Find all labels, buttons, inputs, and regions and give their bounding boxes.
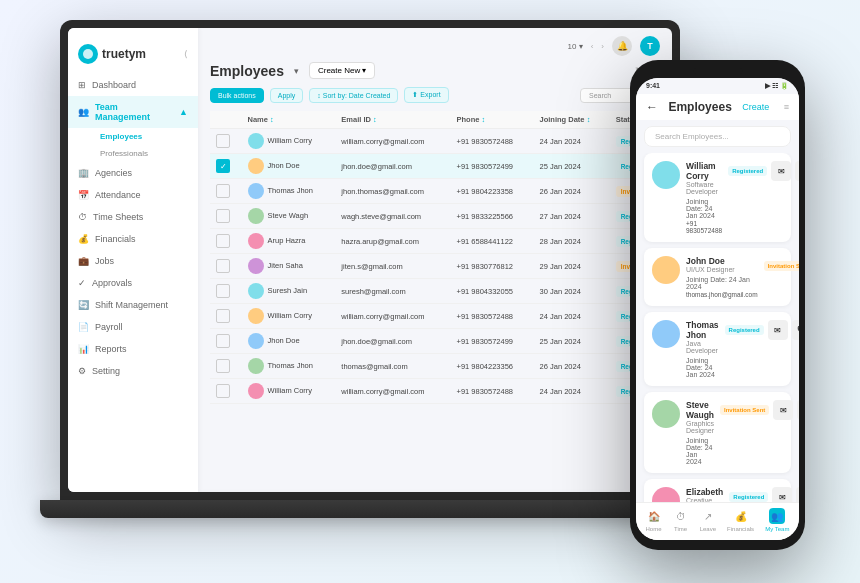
phone-filter-icon[interactable]: ≡ [784,102,789,112]
table-row[interactable]: Arup Hazra hazra.arup@gmail.com +91 6588… [210,229,660,254]
user-avatar[interactable]: T [640,36,660,56]
phone-emp-actions: Registered ✉ 📞 [725,320,799,340]
sidebar-item-approvals[interactable]: ✓ Approvals [68,272,198,294]
phone-avatar [652,256,680,284]
table-row[interactable]: ✓ Jhon Doe jhon.doe@gmail.com +91 983057… [210,154,660,179]
row-checkbox[interactable] [210,229,242,254]
row-checkbox[interactable] [210,379,242,404]
phone-message-icon[interactable]: ✉ [768,320,788,340]
sidebar-item-shift[interactable]: 🔄 Shift Management [68,294,198,316]
table-row[interactable]: Thomas Jhon jhon.thomas@gmail.com +91 98… [210,179,660,204]
phone-create-button[interactable]: Create [742,102,769,112]
table-row[interactable]: Steve Wagh wagh.steve@gmail.com +91 9833… [210,204,660,229]
phone-search-input[interactable]: Search Employees... [644,126,791,147]
phone-emp-actions: Invitation Sent ✉ 📞 [764,256,799,276]
phone-back-icon[interactable]: ← [646,100,658,114]
sidebar-toggle-icon[interactable]: ⟨ [184,49,188,59]
sidebar-item-payroll[interactable]: 📄 Payroll [68,316,198,338]
table-row[interactable]: William Corry william.corry@gmail.com +9… [210,304,660,329]
phone-emp-status-badge: Registered [728,166,767,176]
sidebar-item-jobs[interactable]: 💼 Jobs [68,250,198,272]
phone-status-icons: ▶ ☷ 🔋 [765,82,789,90]
row-name: Suresh Jain [242,279,336,304]
phone-body: 9:41 ▶ ☷ 🔋 ← Employees Create ≡ Search E… [630,60,805,550]
phone-nav-leave[interactable]: ↗ Leave [700,508,716,532]
phone-call-icon[interactable]: 📞 [795,161,799,181]
top-bar: 10 ▾ ‹ › 🔔 T [210,36,660,56]
table-row[interactable]: Thomas Jhon thomas@gmail.com +91 9804223… [210,354,660,379]
sidebar-item-setting[interactable]: ⚙ Setting [68,360,198,382]
bulk-actions-button[interactable]: Bulk actions [210,88,264,103]
phone-emp-status-badge: Invitation Sent [720,405,769,415]
col-phone[interactable]: Phone ↕ [451,111,534,129]
export-button[interactable]: ⬆ Export [404,87,448,103]
sidebar-label-dashboard: Dashboard [92,80,136,90]
phone-employee-card[interactable]: John Doe UI/UX Designer Joining Date: 24… [644,248,791,306]
phone-call-icon[interactable]: 📞 [797,400,799,420]
next-page-icon[interactable]: › [601,42,604,51]
col-joining-date[interactable]: Joining Date ↕ [534,111,610,129]
row-checkbox[interactable] [210,204,242,229]
phone-avatar [652,400,680,428]
row-checkbox[interactable] [210,354,242,379]
sub-item-employees[interactable]: Employees [92,128,198,145]
create-new-button[interactable]: Create New ▾ [309,62,375,79]
sidebar-item-reports[interactable]: 📊 Reports [68,338,198,360]
sidebar-item-timesheets[interactable]: ⏱ Time Sheets [68,206,198,228]
row-checkbox[interactable] [210,179,242,204]
employees-table: Name ↕ Email ID ↕ Phone ↕ Joining Date ↕… [210,111,660,404]
table-row[interactable]: Jhon Doe jhon.doe@gmail.com +91 98305724… [210,329,660,354]
phone-employee-card[interactable]: William Corry Software Developer Joining… [644,153,791,242]
row-checkbox[interactable]: ✓ [210,154,242,179]
col-email[interactable]: Email ID ↕ [335,111,450,129]
prev-page-icon[interactable]: ‹ [591,42,594,51]
phone-employee-card[interactable]: Steve Waugh Graphics Designer Joining Da… [644,392,791,473]
row-checkbox[interactable] [210,129,242,154]
phone-nav-time[interactable]: ⏱ Time [673,508,689,532]
phone-message-icon[interactable]: ✉ [773,400,793,420]
phone-nav-my-team[interactable]: 👥 My Team [765,508,789,532]
col-name[interactable]: Name ↕ [242,111,336,129]
dashboard-icon: ⊞ [78,80,86,90]
notification-bell-icon[interactable]: 🔔 [612,36,632,56]
sidebar-label-reports: Reports [95,344,127,354]
sidebar-item-financials[interactable]: 💰 Financials [68,228,198,250]
sidebar-item-attendance[interactable]: 📅 Attendance [68,184,198,206]
phone-employee-card[interactable]: Thomas Jhon Java Developer Joining Date:… [644,312,791,386]
sidebar-item-agencies[interactable]: 🏢 Agencies [68,162,198,184]
row-phone: +91 9830572488 [451,129,534,154]
phone-emp-name: John Doe [686,256,758,266]
row-phone: +91 9804332055 [451,279,534,304]
row-email: jhon.thomas@gmail.com [335,179,450,204]
jobs-icon: 💼 [78,256,89,266]
phone-emp-actions: Invitation Sent ✉ 📞 [720,400,799,420]
phone-nav-financials[interactable]: 💰 Financials [727,508,754,532]
phone-message-icon[interactable]: ✉ [771,161,791,181]
table-row[interactable]: Jiten Saha jiten.s@gmail.com +91 9830776… [210,254,660,279]
phone-emp-role: Software Developer [686,181,722,195]
sub-item-professionals[interactable]: Professionals [92,145,198,162]
logo-icon [78,44,98,64]
row-checkbox[interactable] [210,304,242,329]
phone-call-icon[interactable]: 📞 [792,320,799,340]
row-checkbox[interactable] [210,279,242,304]
row-email: william.corry@gmail.com [335,129,450,154]
sort-button[interactable]: ↕ Sort by: Date Created [309,88,398,103]
row-date: 24 Jan 2024 [534,129,610,154]
row-checkbox[interactable] [210,254,242,279]
col-checkbox [210,111,242,129]
table-row[interactable]: William Corry william.corry@gmail.com +9… [210,129,660,154]
row-name: Thomas Jhon [242,354,336,379]
table-row[interactable]: William Corry william.corry@gmail.com +9… [210,379,660,404]
sidebar-item-dashboard[interactable]: ⊞ Dashboard [68,74,198,96]
row-name: Jhon Doe [242,329,336,354]
row-checkbox[interactable] [210,329,242,354]
sidebar-item-team-management[interactable]: 👥 Team Management ▲ [68,96,198,128]
apply-button[interactable]: Apply [270,88,304,103]
phone-time: 9:41 [646,82,660,90]
phone-emp-date: Joining Date: 24 Jan 2024 [686,276,758,290]
phone-emp-role: Graphics Designer [686,420,714,434]
row-email: thomas@gmail.com [335,354,450,379]
table-row[interactable]: Suresh Jain suresh@gmail.com +91 9804332… [210,279,660,304]
phone-nav-home[interactable]: 🏠 Home [646,508,662,532]
